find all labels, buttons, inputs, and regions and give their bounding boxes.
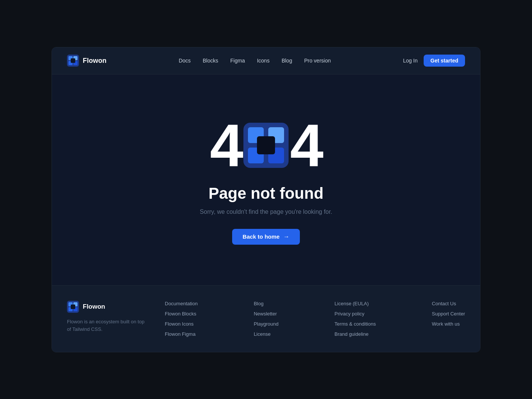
logo-icon — [67, 55, 79, 67]
main-nav: Docs Blocks Figma Icons Blog Pro version — [179, 58, 331, 64]
header-actions: Log In Get started — [403, 55, 465, 67]
logo[interactable]: Flowon — [67, 55, 106, 67]
footer-link-newsletter[interactable]: Newsletter — [254, 311, 278, 317]
svg-rect-17 — [71, 305, 75, 309]
back-home-label: Back to home — [243, 233, 280, 240]
get-started-button[interactable]: Get started — [424, 55, 465, 67]
footer-logo-text: Flowon — [83, 303, 105, 311]
error-description: Sorry, we couldn't find the page you're … — [200, 209, 332, 215]
main-content: 4 4 Page not found Sorry, we couldn't fi… — [52, 75, 480, 285]
nav-docs[interactable]: Docs — [179, 58, 191, 64]
nav-pro-version[interactable]: Pro version — [304, 58, 331, 64]
nav-blog[interactable]: Blog — [281, 58, 292, 64]
footer-link-playground[interactable]: Playground — [254, 321, 278, 327]
footer-inner: Flowon Flowon is an ecosystem built on t… — [67, 301, 465, 337]
footer-logo-icon — [67, 301, 79, 313]
footer-col-4: Contact Us Support Center Work with us — [432, 301, 465, 337]
error-code: 4 4 — [210, 115, 322, 175]
nav-icons[interactable]: Icons — [257, 58, 269, 64]
svg-rect-5 — [71, 58, 75, 63]
footer-links: Documentation Flowon Blocks Flowon Icons… — [165, 301, 465, 337]
footer-link-figma[interactable]: Flowon Figma — [165, 331, 198, 337]
footer-link-contact[interactable]: Contact Us — [432, 301, 465, 306]
error-digit-left: 4 — [210, 115, 242, 175]
arrow-icon: → — [283, 233, 289, 240]
footer-link-work-with-us[interactable]: Work with us — [432, 321, 465, 327]
nav-figma[interactable]: Figma — [230, 58, 245, 64]
footer-link-documentation[interactable]: Documentation — [165, 301, 198, 306]
logo-text: Flowon — [83, 57, 106, 65]
error-digit-right: 4 — [290, 115, 322, 175]
svg-rect-11 — [257, 136, 275, 154]
header: Flowon Docs Blocks Figma Icons Blog Pro … — [52, 47, 480, 75]
page-not-found-title: Page not found — [208, 184, 324, 203]
footer-col-3: License (EULA) Privacy policy Terms & co… — [334, 301, 376, 337]
footer-link-blog[interactable]: Blog — [254, 301, 278, 306]
page-container: Flowon Docs Blocks Figma Icons Blog Pro … — [52, 47, 480, 352]
footer-link-privacy[interactable]: Privacy policy — [334, 311, 376, 317]
footer-col-1: Documentation Flowon Blocks Flowon Icons… — [165, 301, 198, 337]
login-button[interactable]: Log In — [403, 58, 418, 64]
footer-link-blocks[interactable]: Flowon Blocks — [165, 311, 198, 317]
footer-brand: Flowon Flowon is an ecosystem built on t… — [67, 301, 150, 334]
footer-link-license[interactable]: License — [254, 331, 278, 337]
footer-description: Flowon is an ecosystem built on top of T… — [67, 318, 150, 334]
back-home-button[interactable]: Back to home → — [232, 229, 300, 245]
footer-logo-area[interactable]: Flowon — [67, 301, 150, 313]
footer: Flowon Flowon is an ecosystem built on t… — [52, 285, 480, 352]
footer-link-eula[interactable]: License (EULA) — [334, 301, 376, 306]
footer-col-2: Blog Newsletter Playground License — [254, 301, 278, 337]
footer-link-terms[interactable]: Terms & conditions — [334, 321, 376, 327]
footer-link-support[interactable]: Support Center — [432, 311, 465, 317]
error-logo-icon — [243, 123, 289, 168]
footer-link-brand[interactable]: Brand guideline — [334, 331, 376, 337]
nav-blocks[interactable]: Blocks — [203, 58, 218, 64]
footer-link-icons[interactable]: Flowon Icons — [165, 321, 198, 327]
